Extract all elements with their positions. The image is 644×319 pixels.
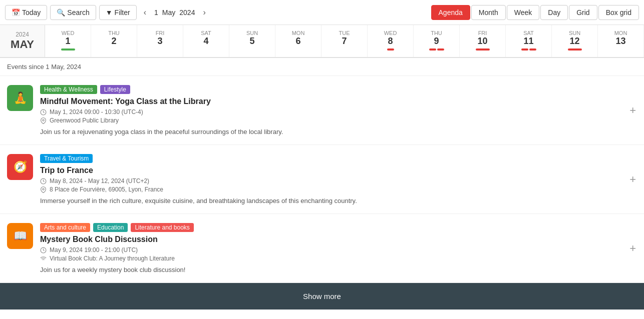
event-body-france: Travel & TourismTrip to FranceMay 8, 202… xyxy=(40,154,637,204)
nav-group: ‹ 1 May 2024 › xyxy=(140,6,210,19)
cal-day-8[interactable]: WED8 xyxy=(368,25,414,57)
view-week-button[interactable]: Week xyxy=(507,5,540,20)
event-bars xyxy=(61,48,75,50)
tag-arts-and-culture: Arts and culture xyxy=(40,223,90,232)
cal-day-11[interactable]: SAT11 xyxy=(506,25,552,57)
toolbar: 📅 Today 🔍 Search ▼ Filter ‹ 1 May 2024 ›… xyxy=(0,0,644,25)
cal-day-6[interactable]: MON6 xyxy=(275,25,321,57)
event-body-bookclub: Arts and cultureEducationLiterature and … xyxy=(40,223,637,274)
nav-page: 1 xyxy=(154,8,158,16)
filter-button[interactable]: ▼ Filter xyxy=(99,5,137,20)
cal-day-1[interactable]: WED1 xyxy=(45,25,91,57)
day-of-month: 5 xyxy=(249,36,254,46)
cal-day-5[interactable]: SUN5 xyxy=(229,25,275,57)
event-time-yoga: May 1, 2024 09:00 - 10:30 (UTC-4) xyxy=(40,108,637,116)
event-title-yoga: Mindful Movement: Yoga Class at the Libr… xyxy=(40,97,637,106)
search-label: Search xyxy=(67,8,89,16)
event-icon-yoga: 🧘 xyxy=(7,85,33,111)
event-bars xyxy=(476,48,490,50)
event-bars xyxy=(568,48,582,50)
view-buttons: Agenda Month Week Day Grid Box grid xyxy=(431,5,639,20)
day-of-month: 4 xyxy=(203,36,208,46)
calendar-days: WED1THU2FRI3SAT4SUN5MON6TUE7WED8THU9FRI1… xyxy=(45,25,644,57)
filter-icon: ▼ xyxy=(106,8,113,16)
event-bars xyxy=(521,48,536,50)
day-of-week: FRI xyxy=(478,30,487,36)
day-of-month: 6 xyxy=(295,36,300,46)
day-of-month: 2 xyxy=(111,36,116,46)
search-icon: 🔍 xyxy=(57,8,65,16)
event-add-button-yoga[interactable]: + xyxy=(629,104,636,117)
day-of-week: WED xyxy=(384,30,397,36)
event-bars xyxy=(387,48,394,50)
day-of-month: 11 xyxy=(523,36,533,46)
event-location-text: 8 Place de Fourvière, 69005, Lyon, Franc… xyxy=(50,186,163,193)
tag-education: Education xyxy=(93,223,128,232)
event-desc-bookclub: Join us for a weekly mystery book club d… xyxy=(40,266,637,274)
day-of-week: WED xyxy=(62,30,75,36)
event-body-yoga: Health & WellnessLifestyleMindful Moveme… xyxy=(40,85,637,136)
event-time-text: May 9, 2024 19:00 - 21:00 (UTC) xyxy=(50,246,138,254)
cal-day-7[interactable]: TUE7 xyxy=(321,25,368,57)
show-more-label: Show more xyxy=(303,292,341,300)
year-label: 2024 xyxy=(16,31,29,38)
cal-day-10[interactable]: FRI10 xyxy=(460,25,506,57)
svg-point-1 xyxy=(43,119,44,120)
event-add-button-france[interactable]: + xyxy=(629,173,636,186)
calendar-icon: 📅 xyxy=(12,8,20,16)
search-button[interactable]: 🔍 Search xyxy=(50,5,96,20)
nav-next-button[interactable]: › xyxy=(199,6,209,19)
event-time-text: May 8, 2024 - May 12, 2024 (UTC+2) xyxy=(50,178,149,184)
cal-day-2[interactable]: THU2 xyxy=(91,25,137,57)
today-label: Today xyxy=(22,8,41,16)
event-location-bookclub: Virtual Book Club: A Journey through Lit… xyxy=(40,255,637,262)
event-location-text: Virtual Book Club: A Journey through Lit… xyxy=(50,255,175,262)
day-of-month: 13 xyxy=(615,36,625,46)
cal-day-12[interactable]: SUN12 xyxy=(552,25,598,57)
day-of-month: 3 xyxy=(157,36,162,46)
event-title-france: Trip to France xyxy=(40,166,637,175)
tag-lifestyle: Lifestyle xyxy=(100,85,130,94)
view-boxgrid-button[interactable]: Box grid xyxy=(598,5,639,20)
event-location-france: 8 Place de Fourvière, 69005, Lyon, Franc… xyxy=(40,186,637,193)
event-card-bookclub: 📖Arts and cultureEducationLiterature and… xyxy=(0,214,644,283)
nav-year: 2024 xyxy=(179,8,195,16)
view-grid-button[interactable]: Grid xyxy=(569,5,597,20)
cal-day-13[interactable]: MON13 xyxy=(598,25,644,57)
tag-literature-and-books: Literature and books xyxy=(131,223,193,232)
day-of-week: FRI xyxy=(156,30,165,36)
day-of-week: MON xyxy=(292,30,305,36)
event-bars xyxy=(429,48,444,50)
day-of-week: SUN xyxy=(246,30,258,36)
red-bar xyxy=(568,48,582,50)
event-time-text: May 1, 2024 09:00 - 10:30 (UTC-4) xyxy=(50,108,143,116)
event-time-france: May 8, 2024 - May 12, 2024 (UTC+2) xyxy=(40,178,637,184)
cal-day-9[interactable]: THU9 xyxy=(414,25,460,57)
event-tags-bookclub: Arts and cultureEducationLiterature and … xyxy=(40,223,637,232)
nav-prev-button[interactable]: ‹ xyxy=(140,6,150,19)
calendar-strip: 2024 MAY WED1THU2FRI3SAT4SUN5MON6TUE7WED… xyxy=(0,25,644,58)
today-button[interactable]: 📅 Today xyxy=(5,5,47,20)
svg-point-3 xyxy=(43,188,44,190)
view-day-button[interactable]: Day xyxy=(540,5,568,20)
show-more-button[interactable]: Show more xyxy=(0,283,644,310)
nav-month: May xyxy=(162,8,175,16)
cal-day-3[interactable]: FRI3 xyxy=(137,25,183,57)
red-bar xyxy=(437,48,444,50)
view-agenda-button[interactable]: Agenda xyxy=(431,5,470,20)
view-month-button[interactable]: Month xyxy=(471,5,506,20)
day-of-week: TUE xyxy=(339,30,350,36)
event-tags-france: Travel & Tourism xyxy=(40,154,637,163)
day-of-week: THU xyxy=(431,30,442,36)
day-of-week: SAT xyxy=(201,30,211,36)
red-bar xyxy=(521,48,528,50)
event-icon-bookclub: 📖 xyxy=(7,223,33,249)
green-bar xyxy=(61,48,75,50)
filter-label: Filter xyxy=(115,8,130,16)
day-of-week: MON xyxy=(614,30,627,36)
red-bar xyxy=(476,48,490,50)
event-add-button-bookclub[interactable]: + xyxy=(629,242,636,255)
event-location-text: Greenwood Public Library xyxy=(50,117,119,124)
cal-day-4[interactable]: SAT4 xyxy=(183,25,229,57)
day-of-month: 10 xyxy=(477,36,487,46)
